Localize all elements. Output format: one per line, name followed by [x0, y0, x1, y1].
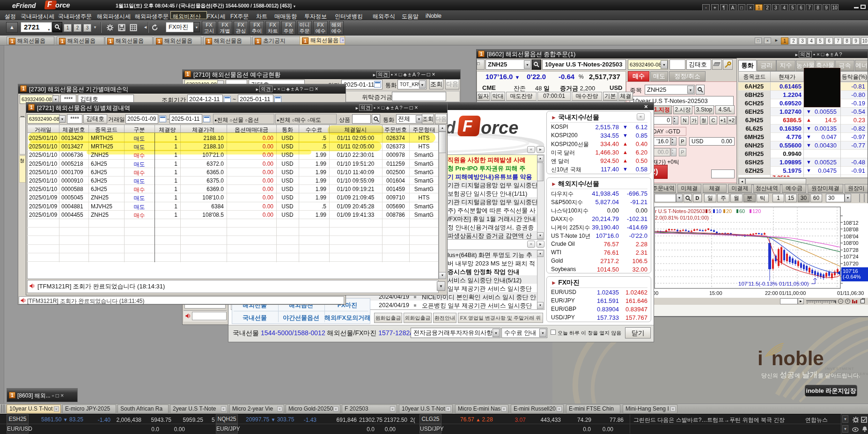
- svg-text:60: 60: [739, 208, 745, 214]
- svg-text:120: 120: [752, 208, 761, 214]
- svg-text:10: 10: [716, 208, 721, 214]
- svg-text:107’11.5(-0.13% 01/11,05:00): 107’11.5(-0.13% 01/11,05:00): [738, 281, 809, 287]
- svg-text:2.0(0.81% 01/10,01:00): 2.0(0.81% 01/10,01:00): [655, 215, 709, 221]
- svg-text:20: 20: [726, 208, 732, 214]
- svg-text:5: 5: [708, 208, 711, 214]
- svg-text:r U.S T-Notes-202503: r U.S T-Notes-202503: [655, 208, 705, 214]
